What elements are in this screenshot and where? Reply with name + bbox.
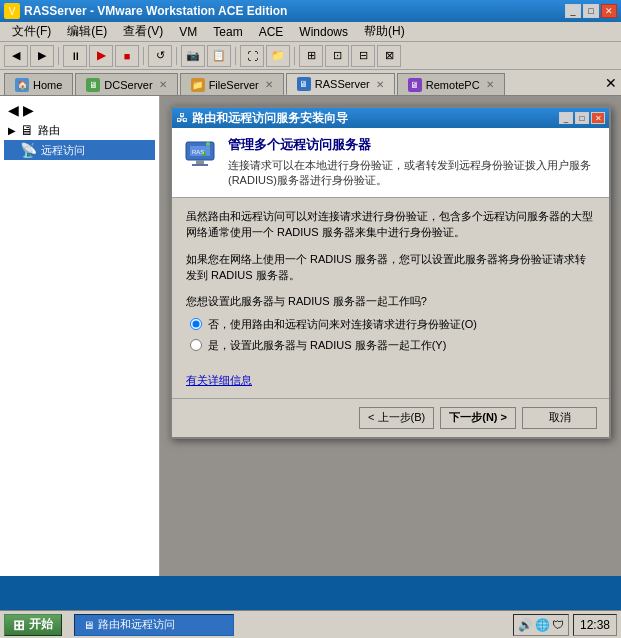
nav-icon-remote: 📡 (20, 142, 37, 158)
toolbar-extra2[interactable]: ⊡ (325, 45, 349, 67)
menu-vm[interactable]: VM (171, 23, 205, 41)
tab-label-remotepc: RemotePC (426, 79, 480, 91)
nav-icon-routing: 🖥 (20, 122, 34, 138)
tab-close-rasserver[interactable]: ✕ (376, 79, 384, 90)
toolbar-snap[interactable]: 📷 (181, 45, 205, 67)
tab-bar-close[interactable]: ✕ (601, 71, 621, 95)
tray-icon-2: 🌐 (535, 618, 550, 632)
toolbar-suspend[interactable]: ⏸ (63, 45, 87, 67)
toolbar-extra1[interactable]: ⊞ (299, 45, 323, 67)
nav-forward-btn[interactable]: ▶ (23, 102, 34, 118)
svg-rect-3 (192, 164, 208, 166)
content-area: 🖧 路由和远程访问服务安装向导 _ □ ✕ (160, 96, 621, 576)
toolbar-separator-2 (143, 47, 144, 65)
toolbar-fullscreen[interactable]: ⛶ (240, 45, 264, 67)
tab-close-fileserver[interactable]: ✕ (265, 79, 273, 90)
main-area: ◀ ▶ ▶ 🖥 路由 📡 远程访问 🖧 (0, 96, 621, 576)
dialog-title-bar: 🖧 路由和远程访问服务安装向导 _ □ ✕ (172, 108, 609, 128)
nav-label-routing: 路由 (38, 123, 60, 138)
tab-rasserver[interactable]: 🖥 RASServer ✕ (286, 73, 395, 95)
menu-bar: 文件(F) 编辑(E) 查看(V) VM Team ACE Windows 帮助… (0, 22, 621, 42)
details-link[interactable]: 有关详细信息 (186, 373, 252, 388)
toolbar-separator-3 (176, 47, 177, 65)
cancel-button[interactable]: 取消 (522, 407, 597, 429)
dialog-question: 您想设置此服务器与 RADIUS 服务器一起工作吗? (186, 294, 595, 309)
nav-item-remote[interactable]: 📡 远程访问 (4, 140, 155, 160)
tab-fileserver[interactable]: 📁 FileServer ✕ (180, 73, 284, 95)
app-icon: V (4, 3, 20, 19)
wizard-dialog: 🖧 路由和远程访问服务安装向导 _ □ ✕ (170, 106, 611, 439)
dialog-title-icon: 🖧 (176, 111, 188, 125)
radio-item-yes: 是，设置此服务器与 RADIUS 服务器一起工作(Y) (190, 338, 595, 353)
tab-bar: 🏠 Home 🖥 DCServer ✕ 📁 FileServer ✕ 🖥 RAS… (0, 70, 621, 96)
radio-yes[interactable] (190, 339, 202, 351)
toolbar-extra3[interactable]: ⊟ (351, 45, 375, 67)
dialog-header-desc: 连接请求可以在本地进行身份验证，或者转发到远程身份验证拨入用户服务(RADIUS… (228, 158, 597, 189)
toolbar-stop[interactable]: ■ (115, 45, 139, 67)
tab-label-home: Home (33, 79, 62, 91)
radio-label-no: 否，使用路由和远程访问来对连接请求进行身份验证(O) (208, 317, 477, 332)
toolbar-separator-1 (58, 47, 59, 65)
svg-point-4 (206, 142, 210, 146)
dialog-footer: < 上一步(B) 下一步(N) > 取消 (172, 398, 609, 437)
start-button[interactable]: ⊞ 开始 (4, 614, 62, 636)
dialog-close-btn[interactable]: ✕ (591, 112, 605, 124)
nav-back-btn[interactable]: ◀ (8, 102, 19, 118)
dialog-body: 虽然路由和远程访问可以对连接请求进行身份验证，包含多个远程访问服务器的大型网络通… (172, 198, 609, 398)
radio-no[interactable] (190, 318, 202, 330)
nav-arrow-routing: ▶ (8, 125, 16, 136)
menu-view[interactable]: 查看(V) (115, 21, 171, 42)
tab-close-remotepc[interactable]: ✕ (486, 79, 494, 90)
toolbar-revert[interactable]: ↺ (148, 45, 172, 67)
menu-file[interactable]: 文件(F) (4, 21, 59, 42)
tab-icon-rasserver: 🖥 (297, 77, 311, 91)
tab-icon-home: 🏠 (15, 78, 29, 92)
dialog-para-1: 虽然路由和远程访问可以对连接请求进行身份验证，包含多个远程访问服务器的大型网络通… (186, 208, 595, 241)
nav-item-root[interactable]: ◀ ▶ (4, 100, 155, 120)
toolbar-restore[interactable]: 📋 (207, 45, 231, 67)
dialog-maximize-btn[interactable]: □ (575, 112, 589, 124)
next-button[interactable]: 下一步(N) > (440, 407, 516, 429)
dialog-header-icon: RAS (184, 138, 216, 170)
clock: 12:38 (573, 614, 617, 636)
close-button[interactable]: ✕ (601, 4, 617, 18)
toolbar-open[interactable]: 📁 (266, 45, 290, 67)
toolbar-play[interactable]: ▶ (89, 45, 113, 67)
dialog-header-title: 管理多个远程访问服务器 (228, 136, 597, 154)
toolbar-separator-5 (294, 47, 295, 65)
radio-item-no: 否，使用路由和远程访问来对连接请求进行身份验证(O) (190, 317, 595, 332)
dialog-overlay: 🖧 路由和远程访问服务安装向导 _ □ ✕ (160, 96, 621, 576)
tab-dcserver[interactable]: 🖥 DCServer ✕ (75, 73, 177, 95)
tray-icon-1: 🔊 (518, 618, 533, 632)
window-controls[interactable]: _ □ ✕ (565, 4, 617, 18)
nav-item-routing[interactable]: ▶ 🖥 路由 (4, 120, 155, 140)
menu-edit[interactable]: 编辑(E) (59, 21, 115, 42)
minimize-button[interactable]: _ (565, 4, 581, 18)
task-icon: 🖥 (83, 619, 94, 631)
task-button[interactable]: 🖥 路由和远程访问 (74, 614, 234, 636)
radio-group: 否，使用路由和远程访问来对连接请求进行身份验证(O) 是，设置此服务器与 RAD… (186, 317, 595, 353)
tab-close-dcserver[interactable]: ✕ (159, 79, 167, 90)
tab-label-fileserver: FileServer (209, 79, 259, 91)
toolbar-back[interactable]: ◀ (4, 45, 28, 67)
dialog-minimize-btn[interactable]: _ (559, 112, 573, 124)
tab-remotepc[interactable]: 🖥 RemotePC ✕ (397, 73, 505, 95)
menu-windows[interactable]: Windows (291, 23, 356, 41)
radio-label-yes: 是，设置此服务器与 RADIUS 服务器一起工作(Y) (208, 338, 446, 353)
back-button[interactable]: < 上一步(B) (359, 407, 434, 429)
menu-help[interactable]: 帮助(H) (356, 21, 413, 42)
toolbar-extra4[interactable]: ⊠ (377, 45, 401, 67)
tab-label-dcserver: DCServer (104, 79, 152, 91)
svg-text:RAS: RAS (192, 149, 204, 155)
menu-team[interactable]: Team (205, 23, 250, 41)
tray-icon-3: 🛡 (552, 618, 564, 632)
dialog-header-content: 管理多个远程访问服务器 连接请求可以在本地进行身份验证，或者转发到远程身份验证拨… (228, 136, 597, 189)
dialog-para-2: 如果您在网络上使用一个 RADIUS 服务器，您可以设置此服务器将身份验证请求转… (186, 251, 595, 284)
start-icon: ⊞ (13, 617, 25, 633)
menu-ace[interactable]: ACE (251, 23, 292, 41)
toolbar-forward[interactable]: ▶ (30, 45, 54, 67)
tab-home[interactable]: 🏠 Home (4, 73, 73, 95)
status-bar: ⊞ 开始 🖥 路由和远程访问 🔊 🌐 🛡 12:38 (0, 610, 621, 638)
start-label: 开始 (29, 616, 53, 633)
maximize-button[interactable]: □ (583, 4, 599, 18)
